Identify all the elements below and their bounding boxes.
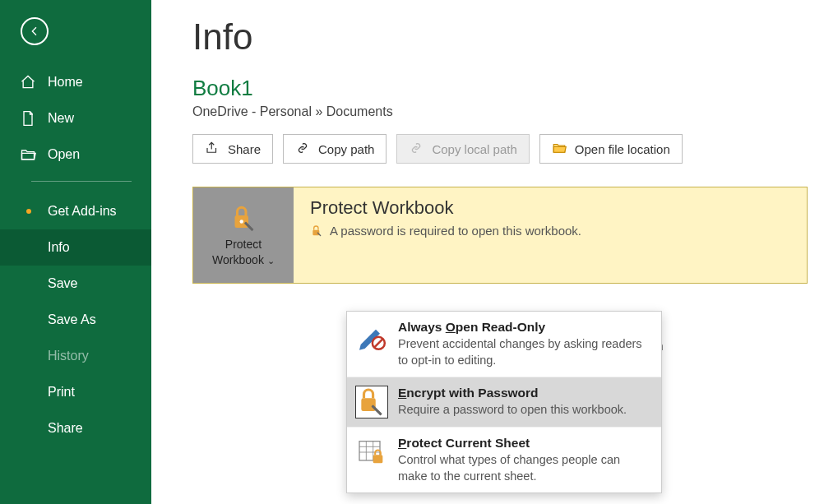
nav-get-addins-label: Get Add-ins <box>48 204 117 219</box>
svg-rect-3 <box>312 229 319 235</box>
nav-history-label: History <box>48 349 89 363</box>
protect-message-text: A password is required to open this work… <box>330 224 581 238</box>
nav-open-label: Open <box>48 147 80 162</box>
back-button[interactable] <box>18 15 51 48</box>
protect-message: A password is required to open this work… <box>310 224 790 238</box>
lock-small-icon <box>310 224 323 238</box>
copy-path-label: Copy path <box>318 142 374 156</box>
protect-body: Protect Workbook A password is required … <box>294 187 807 283</box>
menu-item-desc: Prevent accidental changes by asking rea… <box>398 336 650 368</box>
home-icon <box>20 74 36 90</box>
copy-local-path-button: Copy local path <box>396 134 529 164</box>
nav-get-addins[interactable]: Get Add-ins <box>0 193 151 229</box>
nav-new-label: New <box>48 111 74 126</box>
folder-open-icon <box>552 141 567 158</box>
app-root: Home New Open Get Add-ins Info Save Save… <box>0 0 824 504</box>
open-file-location-label: Open file location <box>575 142 670 156</box>
menu-item-desc: Control what types of changes people can… <box>398 452 650 484</box>
protect-workbook-button[interactable]: Protect Workbook⌄ <box>193 187 294 283</box>
copy-local-path-label: Copy local path <box>432 142 516 156</box>
new-doc-icon <box>20 110 36 127</box>
page-title: Info <box>192 16 808 58</box>
protect-heading: Protect Workbook <box>310 197 790 219</box>
backstage-sidebar: Home New Open Get Add-ins Info Save Save… <box>0 0 151 504</box>
nav-info[interactable]: Info <box>0 229 151 266</box>
nav-home-label: Home <box>48 75 83 90</box>
action-row: Share Copy path Copy local path Open fil… <box>192 134 808 164</box>
nav-save-label: Save <box>48 276 77 291</box>
menu-item-text: Protect Current Sheet Control what types… <box>398 436 650 484</box>
nav-print[interactable]: Print <box>0 374 151 410</box>
lock-key-icon <box>355 386 388 418</box>
svg-rect-14 <box>373 455 383 463</box>
lock-key-icon <box>229 203 258 233</box>
link-icon-disabled <box>409 141 424 158</box>
menu-item-text: Always Open Read-Only Prevent accidental… <box>398 320 650 368</box>
nav-saveas[interactable]: Save As <box>0 302 151 338</box>
sidebar-divider <box>31 181 132 182</box>
share-button-label: Share <box>228 142 261 156</box>
protect-button-line2: Workbook⌄ <box>212 253 275 267</box>
nav-share[interactable]: Share <box>0 410 151 446</box>
menu-item-desc: Require a password to open this workbook… <box>398 402 627 418</box>
sheet-lock-icon <box>355 436 388 469</box>
share-icon <box>205 141 220 158</box>
nav-new[interactable]: New <box>0 100 151 136</box>
open-folder-icon <box>20 146 36 163</box>
nav-home[interactable]: Home <box>0 64 151 100</box>
menu-item-title: Protect Current Sheet <box>398 436 650 451</box>
link-icon <box>295 141 310 158</box>
back-arrow-icon <box>21 17 49 45</box>
nav-saveas-label: Save As <box>48 312 96 327</box>
nav-share-label: Share <box>48 421 83 436</box>
share-button[interactable]: Share <box>192 134 273 164</box>
nav-open[interactable]: Open <box>0 136 151 173</box>
svg-line-6 <box>374 339 382 347</box>
svg-point-1 <box>240 220 244 224</box>
nav-history: History <box>0 338 151 374</box>
nav-info-label: Info <box>48 240 70 255</box>
protect-workbook-menu: Always Open Read-Only Prevent accidental… <box>346 311 662 493</box>
document-title: Book1 <box>192 76 808 101</box>
menu-encrypt-with-password[interactable]: Encrypt with Password Require a password… <box>347 377 661 428</box>
chevron-down-icon: ⌄ <box>267 256 275 266</box>
menu-item-title: Always Open Read-Only <box>398 320 650 335</box>
breadcrumb: OneDrive - Personal » Documents <box>192 104 808 119</box>
open-file-location-button[interactable]: Open file location <box>539 134 683 164</box>
protect-workbook-panel: Protect Workbook⌄ Protect Workbook A pas… <box>192 187 808 284</box>
menu-always-open-readonly[interactable]: Always Open Read-Only Prevent accidental… <box>347 312 661 377</box>
svg-rect-7 <box>361 398 375 411</box>
nav-print-label: Print <box>48 385 75 400</box>
protect-button-line1: Protect <box>225 238 262 252</box>
nav-save[interactable]: Save <box>0 266 151 302</box>
menu-protect-current-sheet[interactable]: Protect Current Sheet Control what types… <box>347 428 661 492</box>
main-content: Info Book1 OneDrive - Personal » Documen… <box>151 0 824 504</box>
menu-item-title: Encrypt with Password <box>398 386 627 400</box>
pencil-prohibit-icon <box>355 320 388 353</box>
copy-path-button[interactable]: Copy path <box>283 134 387 164</box>
menu-item-text: Encrypt with Password Require a password… <box>398 386 627 418</box>
